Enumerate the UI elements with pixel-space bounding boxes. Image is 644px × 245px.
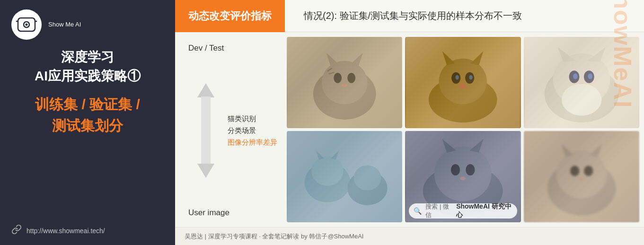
brand-label: ShowMeAI 研究中心 [456, 202, 512, 219]
label-resolution-diff: 图像分辨率差异 [228, 138, 277, 147]
sidebar-title-line2: AI应用实践策略① [11, 67, 164, 85]
svg-point-26 [469, 75, 473, 80]
cat-image-5: 🔍 搜索 | 微信 ShowMeAI 研究中心 [405, 131, 520, 222]
svg-point-42 [311, 156, 344, 186]
cat-photo-4 [287, 131, 402, 222]
logo-area: Show Me AI [11, 9, 81, 40]
label-classification: 分类场景 [228, 126, 256, 135]
user-image-label: User image [188, 208, 229, 222]
sidebar-footer: http://www.showmeai.tech/ [11, 224, 105, 237]
cat-photo-3 [524, 37, 639, 128]
top-bar: 动态改变评价指标 情况(2): 验证集/测试集与实际使用的样本分布不一致 [175, 0, 644, 32]
scenario-description: 情况(2): 验证集/测试集与实际使用的样本分布不一致 [304, 9, 522, 22]
cat-image-4 [287, 131, 402, 222]
diagram-column: Dev / Test 猫类识别 分类场景 [175, 32, 284, 227]
logo-icon [11, 9, 42, 40]
svg-point-2 [26, 24, 28, 26]
content-area: Dev / Test 猫类识别 分类场景 [175, 32, 644, 227]
svg-point-61 [584, 166, 593, 176]
svg-point-36 [573, 73, 578, 79]
logo-label: Show Me AI [48, 21, 81, 28]
svg-point-57 [556, 150, 607, 198]
svg-point-20 [439, 59, 487, 104]
dev-test-label: Dev / Test [188, 41, 224, 53]
svg-point-39 [562, 84, 601, 116]
cat-images-grid: 🔍 搜索 | 微信 ShowMeAI 研究中心 [284, 32, 644, 227]
svg-point-53 [466, 164, 475, 175]
flow-arrow [187, 79, 225, 183]
bottom-bar: 吴恩达 | 深度学习专项课程 · 全套笔记解读 by 韩信子@ShowMeAI [175, 227, 644, 245]
dynamic-metric-label: 动态改变评价指标 [188, 9, 272, 23]
svg-point-52 [451, 164, 460, 175]
website-url: http://www.showmeai.tech/ [26, 227, 105, 235]
svg-point-54 [460, 177, 466, 180]
svg-point-49 [434, 147, 492, 201]
top-bar-description: 情况(2): 验证集/测试集与实际使用的样本分布不一致 [285, 0, 644, 32]
main-content: ShowMeAI 动态改变评价指标 情况(2): 验证集/测试集与实际使用的样本… [175, 0, 644, 245]
top-bar-label: 动态改变评价指标 [175, 0, 285, 32]
svg-point-10 [322, 61, 368, 105]
sidebar-title-line1: 深度学习 [11, 48, 164, 66]
svg-point-60 [570, 166, 579, 176]
cat-photo-1 [287, 37, 402, 128]
sidebar-highlight1: 训练集 / 验证集 / [11, 95, 164, 114]
sidebar: Show Me AI 深度学习 AI应用实践策略① 训练集 / 验证集 / 测试… [0, 0, 175, 245]
sidebar-highlight2: 测试集划分 [11, 116, 164, 136]
label-cat-recognition: 猫类识别 [228, 114, 256, 123]
svg-rect-6 [201, 96, 211, 165]
svg-rect-28 [459, 87, 466, 88]
svg-point-62 [579, 177, 584, 181]
cat-photo-6 [524, 131, 639, 222]
svg-point-46 [353, 165, 381, 190]
cat-image-2 [405, 37, 520, 128]
link-icon [11, 224, 22, 237]
svg-marker-7 [197, 164, 214, 178]
svg-point-37 [588, 73, 592, 79]
cat-image-3 [524, 37, 639, 128]
cat-image-6 [524, 131, 639, 222]
svg-marker-5 [197, 83, 214, 97]
svg-point-25 [456, 75, 459, 80]
cat-photo-2 [405, 37, 520, 128]
svg-point-14 [347, 73, 355, 83]
svg-point-13 [334, 73, 342, 83]
search-icon: 🔍 [414, 207, 422, 215]
svg-point-15 [342, 84, 347, 87]
search-overlay: 🔍 搜索 | 微信 ShowMeAI 研究中心 [409, 203, 517, 219]
footer-text: 吴恩达 | 深度学习专项课程 · 全套笔记解读 by 韩信子@ShowMeAI [185, 232, 363, 241]
cat-image-1 [287, 37, 402, 128]
search-wechat-text: 搜索 | 微信 [425, 202, 452, 219]
